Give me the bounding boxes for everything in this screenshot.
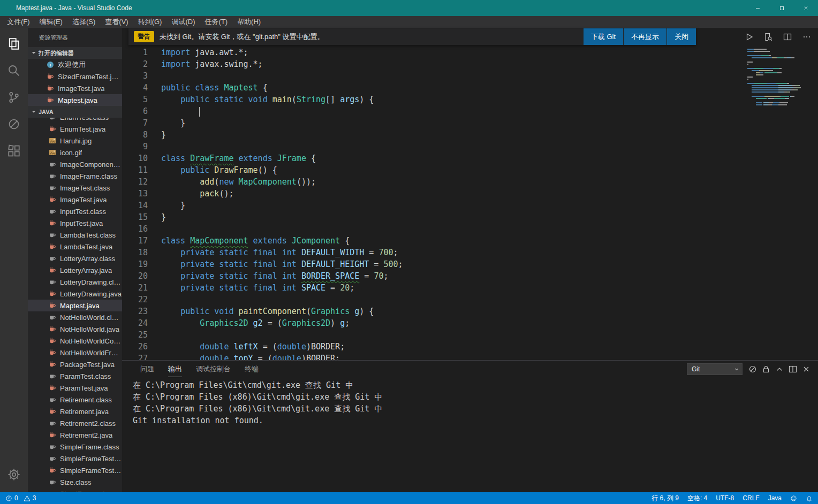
more-actions-button[interactable] <box>800 30 814 44</box>
move-panel-button[interactable] <box>786 363 799 376</box>
open-editor-item[interactable]: Maptest.java <box>28 94 122 106</box>
file-tree-item[interactable]: EnumTest.class <box>28 118 122 123</box>
menu-item[interactable]: 转到(G) <box>133 16 167 28</box>
run-button[interactable] <box>742 30 756 44</box>
code-line[interactable]: 5 public static void main(String[] args)… <box>122 94 818 105</box>
open-editor-item[interactable]: ImageTest.java <box>28 82 122 94</box>
file-tree-item[interactable]: SimpleFrameTest.ja... <box>28 464 122 476</box>
code-line[interactable]: 21 private static final int SPACE = 20; <box>122 282 818 294</box>
clear-output-button[interactable] <box>746 363 759 376</box>
notification-action-close[interactable]: 关闭 <box>667 28 696 45</box>
activity-settings[interactable] <box>0 461 28 488</box>
status-encoding[interactable]: UTF-8 <box>716 494 734 502</box>
status-cursor-position[interactable]: 行 6, 列 9 <box>652 494 679 503</box>
activity-debug[interactable] <box>0 111 28 138</box>
java-folder-header[interactable]: JAVA <box>28 106 122 118</box>
file-tree-item[interactable]: LambdaTest.java <box>28 241 122 253</box>
menu-item[interactable]: 调试(D) <box>166 16 200 28</box>
menu-item[interactable]: 查看(V) <box>100 16 133 28</box>
code-line[interactable]: 26 double leftX = (double)BORDER; <box>122 341 818 353</box>
code-line[interactable]: 7 } <box>122 117 818 129</box>
file-tree-item[interactable]: SizedFrame.class <box>28 488 122 492</box>
activity-search[interactable] <box>0 57 28 84</box>
status-feedback[interactable] <box>790 495 797 502</box>
close-panel-button[interactable] <box>799 363 813 376</box>
file-tree-item[interactable]: LotteryArray.java <box>28 264 122 276</box>
activity-explorer[interactable] <box>0 30 28 57</box>
status-eol[interactable]: CRLF <box>743 494 759 502</box>
status-errors[interactable]: 0 <box>5 494 18 502</box>
menu-item[interactable]: 文件(F) <box>2 16 35 28</box>
menu-item[interactable]: 选择(S) <box>67 16 100 28</box>
file-tree-item[interactable]: Maptest.java <box>28 300 122 311</box>
minimap[interactable] <box>747 49 813 106</box>
open-editor-item[interactable]: 欢迎使用 <box>28 59 122 71</box>
file-tree-item[interactable]: SimpleFrameTest.cl... <box>28 453 122 464</box>
code-line[interactable]: 27 double topY = (double)BORDER; <box>122 353 818 360</box>
file-tree-item[interactable]: EnumTest.java <box>28 123 122 135</box>
code-line[interactable]: 14 } <box>122 200 818 211</box>
file-tree-item[interactable]: LotteryDrawing.java <box>28 288 122 300</box>
code-line[interactable]: 16 <box>122 223 818 235</box>
status-indentation[interactable]: 空格: 4 <box>687 494 707 503</box>
file-tree-item[interactable]: LotteryDrawing.class <box>28 276 122 288</box>
file-tree-item[interactable]: NotHelloWorld.class <box>28 311 122 323</box>
activity-source-control[interactable] <box>0 84 28 111</box>
status-notifications[interactable] <box>806 495 813 502</box>
file-tree-item[interactable]: Retirement.class <box>28 394 122 406</box>
code-line[interactable]: 19 private static final int DEFAULT_HEIG… <box>122 258 818 270</box>
code-line[interactable]: 1import java.awt.*; <box>122 47 818 58</box>
menu-item[interactable]: 帮助(H) <box>232 16 266 28</box>
file-tree-item[interactable]: ParamTest.java <box>28 382 122 394</box>
activity-extensions[interactable] <box>0 138 28 164</box>
file-tree-item[interactable]: InputTest.class <box>28 205 122 217</box>
code-line[interactable]: 2import javax.swing.*; <box>122 58 818 70</box>
code-line[interactable]: 8} <box>122 129 818 141</box>
code-line[interactable]: 20 private static final int BORDER_SPACE… <box>122 270 818 282</box>
code-line[interactable]: 24 Graphics2D g2 = (Graphics2D) g; <box>122 317 818 329</box>
code-line[interactable]: 9 <box>122 141 818 152</box>
code-line[interactable]: 6 <box>122 105 818 117</box>
file-tree-item[interactable]: Retirement2.java <box>28 429 122 441</box>
file-tree-item[interactable]: ImageTest.java <box>28 194 122 205</box>
file-tree-item[interactable]: icon.gif <box>28 147 122 158</box>
panel-tab-调试控制台[interactable]: 调试控制台 <box>196 361 231 377</box>
file-tree-item[interactable]: NotHelloWorldCom... <box>28 335 122 347</box>
file-tree-item[interactable]: LotteryArray.class <box>28 253 122 264</box>
code-line[interactable]: 18 private static final int DEFAULT_WIDT… <box>122 247 818 258</box>
file-tree-item[interactable]: ImageFrame.class <box>28 170 122 182</box>
panel-tab-终端[interactable]: 终端 <box>245 361 259 377</box>
panel-tab-问题[interactable]: 问题 <box>140 361 154 377</box>
code-line[interactable]: 15} <box>122 211 818 223</box>
code-line[interactable]: 4public class Maptest { <box>122 82 818 94</box>
file-tree-item[interactable]: SimpleFrame.class <box>28 441 122 453</box>
code-line[interactable]: 3 <box>122 70 818 82</box>
file-tree-item[interactable]: InputTest.java <box>28 217 122 229</box>
code-line[interactable]: 13 pack(); <box>122 188 818 200</box>
close-button[interactable] <box>794 0 818 16</box>
open-editor-item[interactable]: SizedFrameTest.java <box>28 71 122 82</box>
code-line[interactable]: 22 <box>122 294 818 306</box>
code-line[interactable]: 11 public DrawFrame() { <box>122 164 818 176</box>
code-line[interactable]: 23 public void paintComponent(Graphics g… <box>122 306 818 317</box>
output-channel-select[interactable]: Git <box>687 363 743 375</box>
open-preview-button[interactable] <box>761 30 775 44</box>
open-editors-header[interactable]: 打开的编辑器 <box>28 47 122 59</box>
toggle-scroll-lock-button[interactable] <box>759 363 772 376</box>
menu-item[interactable]: 任务(T) <box>200 16 232 28</box>
code-line[interactable]: 17class MapComponent extends JComponent … <box>122 235 818 247</box>
notification-action-dont-show-again[interactable]: 不再显示 <box>624 28 666 45</box>
file-tree-item[interactable]: NotHelloWorld.java <box>28 323 122 335</box>
code-line[interactable]: 10class DrawFrame extends JFrame { <box>122 152 818 164</box>
code-editor[interactable]: 1import java.awt.*;2import javax.swing.*… <box>122 45 818 360</box>
notification-action-download-git[interactable]: 下载 Git <box>584 28 623 45</box>
file-tree-item[interactable]: ImageTest.class <box>28 182 122 194</box>
file-tree-item[interactable]: Size.class <box>28 476 122 488</box>
split-editor-button[interactable] <box>781 30 794 44</box>
file-tree-item[interactable]: ImageComponent.c... <box>28 158 122 170</box>
maximize-panel-button[interactable] <box>772 363 786 376</box>
file-tree-item[interactable]: Haruhi.jpg <box>28 135 122 147</box>
panel-tab-输出[interactable]: 输出 <box>168 361 182 377</box>
code-line[interactable]: 12 add(new MapComponent()); <box>122 176 818 188</box>
minimize-button[interactable] <box>746 0 770 16</box>
